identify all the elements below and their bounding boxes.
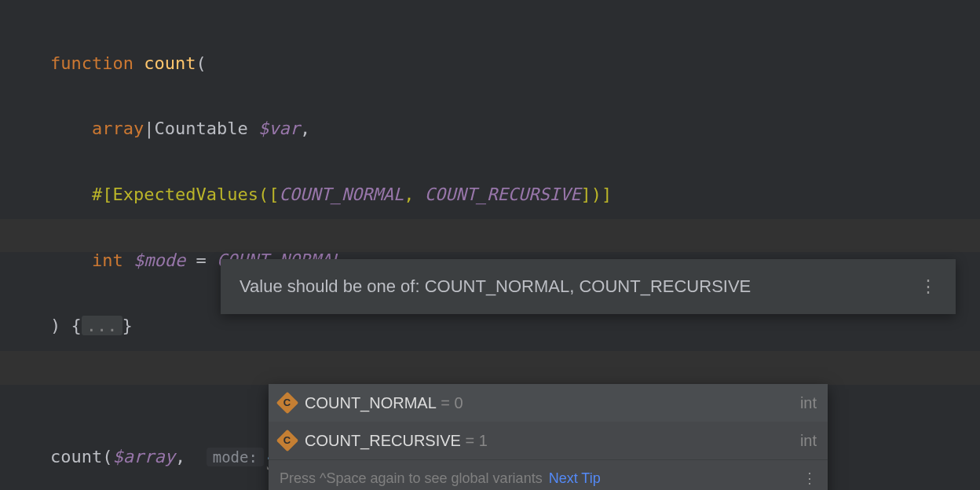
completion-value: 0 bbox=[455, 388, 463, 418]
equals: = bbox=[196, 250, 206, 270]
next-tip-link[interactable]: Next Tip bbox=[549, 465, 601, 490]
brace-close: } bbox=[122, 316, 133, 335]
tooltip-text: Value should be one of: COUNT_NORMAL, CO… bbox=[240, 270, 751, 303]
param-hint: mode: bbox=[207, 448, 264, 466]
constant-icon: C bbox=[276, 430, 298, 452]
type-pipe: | bbox=[144, 119, 154, 138]
kebab-icon[interactable]: ⋮ bbox=[920, 270, 937, 303]
footer-hint: Press ^Space again to see global variant… bbox=[280, 465, 543, 490]
equals: = bbox=[461, 426, 479, 455]
type-countable: Countable bbox=[154, 119, 247, 138]
inspection-tooltip: Value should be one of: COUNT_NORMAL, CO… bbox=[221, 259, 956, 314]
paren-close: ) bbox=[50, 316, 60, 335]
completion-type: int bbox=[800, 388, 817, 418]
call-fn: count bbox=[50, 447, 102, 466]
code-fold[interactable]: ... bbox=[82, 316, 122, 335]
type-array: array bbox=[92, 119, 144, 138]
completion-popup[interactable]: C COUNT_NORMAL = 0 int C COUNT_RECURSIVE… bbox=[269, 384, 828, 490]
completion-value: 1 bbox=[479, 426, 488, 455]
attribute-close: ])] bbox=[581, 185, 612, 204]
const-normal: COUNT_NORMAL bbox=[279, 185, 404, 204]
completion-type: int bbox=[800, 426, 817, 455]
completion-footer: Press ^Space again to see global variant… bbox=[269, 459, 828, 490]
attribute-open: #[ExpectedValues([ bbox=[92, 185, 279, 204]
completion-item[interactable]: C COUNT_NORMAL = 0 int bbox=[269, 384, 828, 422]
comma: , bbox=[404, 185, 414, 204]
comma: , bbox=[175, 447, 185, 466]
brace-open: { bbox=[71, 316, 82, 335]
param-mode: $mode bbox=[133, 250, 185, 270]
type-int: int bbox=[92, 250, 123, 270]
completion-item[interactable]: C COUNT_RECURSIVE = 1 int bbox=[269, 422, 828, 459]
equals: = bbox=[437, 388, 455, 418]
param-var: $var bbox=[258, 119, 300, 138]
call-arg1: $array bbox=[112, 447, 174, 466]
call-paren-open: ( bbox=[102, 447, 112, 466]
constant-icon: C bbox=[276, 392, 298, 414]
comma: , bbox=[300, 119, 310, 138]
function-name: count bbox=[144, 53, 196, 73]
completion-name: COUNT_RECURSIVE bbox=[305, 426, 461, 455]
completion-name: COUNT_NORMAL bbox=[305, 388, 437, 418]
kebab-icon[interactable]: ⋮ bbox=[803, 465, 817, 490]
paren-open: ( bbox=[196, 53, 206, 73]
const-recursive: COUNT_RECURSIVE bbox=[425, 185, 581, 204]
keyword-function: function bbox=[50, 53, 133, 73]
